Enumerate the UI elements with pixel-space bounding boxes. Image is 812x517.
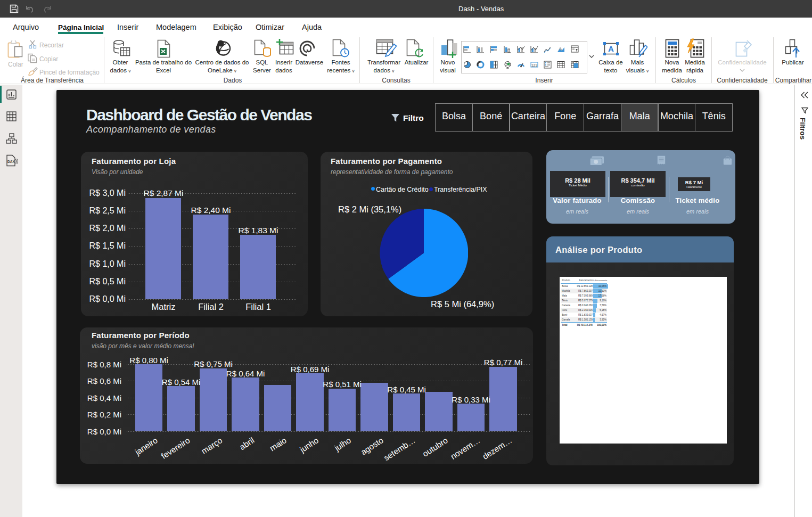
svg-text:123: 123 [531, 63, 538, 67]
svg-text:DAX: DAX [7, 160, 15, 163]
svg-text:A: A [608, 44, 614, 53]
